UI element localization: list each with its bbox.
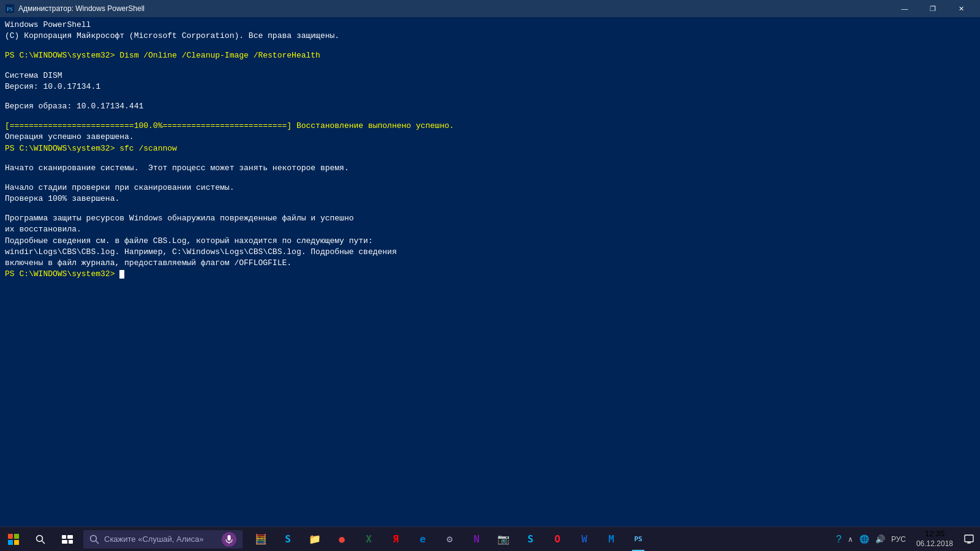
- search-placeholder: Скажите «Слушай, Алиса»: [104, 534, 204, 544]
- svg-text:PS: PS: [7, 6, 13, 12]
- taskbar-app-camera[interactable]: 📷: [490, 527, 517, 552]
- console-line: Система DISM: [5, 70, 975, 81]
- svg-rect-5: [14, 540, 19, 545]
- taskbar-app-skype[interactable]: S: [274, 527, 301, 552]
- close-button[interactable]: ✕: [947, 0, 975, 17]
- taskbar: Скажите «Слушай, Алиса» 🧮S📁●XЯe⚙N📷SOWMPS…: [0, 527, 980, 551]
- clock[interactable]: 12:35 06.12.2018: [911, 527, 958, 552]
- svg-rect-11: [69, 540, 73, 544]
- taskbar-app-yandex[interactable]: Я: [382, 527, 409, 552]
- task-view-button[interactable]: [54, 527, 81, 552]
- volume-icon[interactable]: 🔊: [873, 533, 887, 545]
- minimize-button[interactable]: —: [891, 0, 919, 17]
- mic-button[interactable]: [222, 532, 236, 547]
- svg-rect-14: [228, 535, 231, 541]
- clock-time: 12:35: [925, 529, 945, 539]
- maximize-button[interactable]: ❐: [919, 0, 947, 17]
- console-line: включены в файл журнала, предоставляемый…: [5, 258, 975, 269]
- svg-line-7: [42, 541, 45, 544]
- clock-date: 06.12.2018: [916, 539, 953, 549]
- powershell-icon: PS: [5, 4, 15, 13]
- help-icon[interactable]: ?: [834, 533, 843, 546]
- cursor-blink: [119, 270, 124, 279]
- console-prompt: PS C:\WINDOWS\system32>: [5, 269, 975, 280]
- taskbar-app-outlook[interactable]: M: [598, 527, 625, 552]
- show-hidden-icons[interactable]: ∧: [846, 534, 855, 545]
- taskbar-app-file-explorer[interactable]: 📁: [301, 527, 328, 552]
- console-line: Windows PowerShell: [5, 20, 975, 31]
- console-line: PS C:\WINDOWS\system32> Dism /Online /Cl…: [5, 50, 975, 61]
- taskbar-app-excel[interactable]: X: [355, 527, 382, 552]
- notification-center[interactable]: [958, 527, 980, 552]
- svg-rect-8: [62, 535, 66, 539]
- taskbar-app-edge[interactable]: e: [409, 527, 436, 552]
- title-bar: PS Администратор: Windows PowerShell — ❐…: [0, 0, 980, 17]
- svg-rect-9: [67, 535, 73, 539]
- network-icon[interactable]: 🌐: [858, 533, 871, 545]
- console-line: их восстановила.: [5, 224, 975, 235]
- console-line: Начато сканирование системы. Этот процес…: [5, 163, 975, 174]
- window-controls: — ❐ ✕: [891, 0, 975, 17]
- console-line: [==========================100.0%=======…: [5, 121, 975, 132]
- console-line: Версия образа: 10.0.17134.441: [5, 101, 975, 112]
- taskbar-app-opera[interactable]: O: [544, 527, 571, 552]
- console-line: Начало стадии проверки при сканировании …: [5, 182, 975, 193]
- svg-point-6: [37, 535, 43, 541]
- language-indicator[interactable]: РУС: [889, 534, 908, 545]
- system-tray: ? ∧ 🌐 🔊 РУС: [831, 527, 911, 552]
- powershell-terminal[interactable]: Windows PowerShell(С) Корпорация Майкрос…: [0, 17, 980, 527]
- console-line: Подробные сведения см. в файле CBS.Log, …: [5, 236, 975, 247]
- taskbar-app-word[interactable]: W: [571, 527, 598, 552]
- console-line: Версия: 10.0.17134.1: [5, 81, 975, 92]
- svg-rect-4: [8, 540, 13, 545]
- cortana-search-bar[interactable]: Скажите «Слушай, Алиса»: [83, 530, 243, 549]
- taskbar-apps: 🧮S📁●XЯe⚙N📷SOWMPS: [245, 527, 831, 552]
- taskbar-app-settings[interactable]: ⚙: [436, 527, 463, 552]
- svg-rect-16: [965, 535, 973, 542]
- search-button[interactable]: [27, 527, 54, 552]
- taskbar-app-chrome[interactable]: ●: [328, 527, 355, 552]
- taskbar-app-calculator[interactable]: 🧮: [247, 527, 274, 552]
- taskbar-app-powershell[interactable]: PS: [625, 527, 652, 552]
- svg-rect-3: [14, 534, 19, 539]
- svg-rect-2: [8, 534, 13, 539]
- start-button[interactable]: [0, 527, 27, 552]
- taskbar-app-skype2[interactable]: S: [517, 527, 544, 552]
- svg-point-12: [91, 535, 97, 541]
- console-line: Проверка 100% завершена.: [5, 193, 975, 204]
- console-line: PS C:\WINDOWS\system32> sfc /scannow: [5, 143, 975, 154]
- window-title: Администратор: Windows PowerShell: [18, 4, 891, 13]
- svg-rect-10: [62, 540, 67, 544]
- console-line: windir\Logs\CBS\CBS.log. Например, C:\Wi…: [5, 247, 975, 258]
- console-line: Программа защиты ресурсов Windows обнару…: [5, 213, 975, 224]
- svg-line-13: [96, 541, 99, 544]
- console-line: (С) Корпорация Майкрософт (Microsoft Cor…: [5, 31, 975, 42]
- taskbar-app-onenote[interactable]: N: [463, 527, 490, 552]
- console-line: Операция успешно завершена.: [5, 132, 975, 143]
